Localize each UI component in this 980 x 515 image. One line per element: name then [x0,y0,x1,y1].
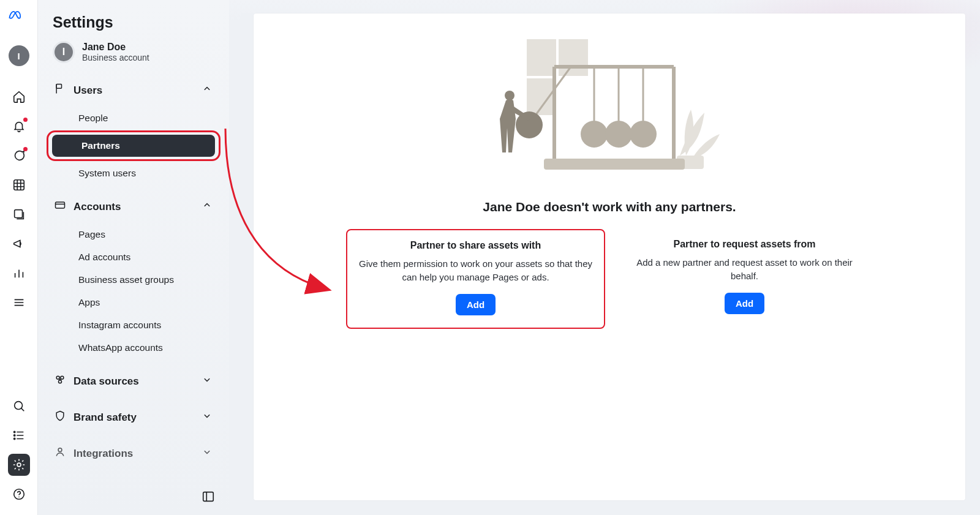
svg-rect-16 [527,39,556,76]
content-panel: Jane Doe doesn't work with any partners.… [254,13,965,500]
person-icon [54,446,66,461]
sidebar-section-label: Accounts [74,201,121,213]
svg-point-5 [13,438,15,439]
svg-rect-1 [14,210,22,218]
panel-left-gutter [241,13,254,500]
svg-point-4 [13,435,15,436]
sidebar-item-business-asset-groups[interactable]: Business asset groups [49,269,218,291]
sidebar-item-ad-accounts[interactable]: Ad accounts [49,246,218,268]
chevron-up-icon [201,83,213,98]
settings-sidebar: Settings I Jane Doe Business account Use… [38,0,229,515]
sidebar-item-people[interactable]: People [49,107,218,129]
sidebar-section-label: Brand safety [74,412,137,424]
sidebar-item-apps[interactable]: Apps [49,291,218,314]
add-partner-request-button[interactable]: Add [725,293,764,314]
sidebar-section-accounts[interactable]: Accounts [47,190,221,223]
svg-point-29 [505,91,514,100]
card-title: Partner to share assets with [357,240,594,251]
left-rail: I [0,0,38,515]
sidebar-section-users[interactable]: Users [47,74,221,107]
grid-icon[interactable] [8,174,30,196]
card-body: Add a new partner and request asset to w… [626,256,863,283]
svg-point-26 [605,121,632,148]
svg-rect-0 [13,180,24,190]
bar-chart-icon[interactable] [8,262,30,284]
svg-rect-20 [544,159,685,170]
card-partner-share: Partner to share assets with Give them p… [346,229,605,329]
chevron-down-icon [201,410,213,425]
account-switcher[interactable]: I Jane Doe Business account [47,40,221,74]
svg-rect-9 [56,85,61,89]
menu-icon[interactable] [8,291,30,314]
home-icon[interactable] [8,86,30,108]
search-icon[interactable] [8,395,30,417]
chevron-down-icon [201,374,213,389]
svg-point-25 [581,121,608,148]
svg-rect-10 [56,202,65,208]
sidebar-item-partners[interactable]: Partners [52,135,215,157]
sidebar-item-pages[interactable]: Pages [49,224,218,246]
sidebar-item-system-users[interactable]: System users [49,162,218,184]
rail-avatar[interactable]: I [9,45,29,66]
sidebar-section-label: Data sources [74,375,139,388]
svg-point-14 [58,448,62,452]
chevron-down-icon [201,446,213,461]
megaphone-icon[interactable] [8,233,30,255]
chat-icon[interactable] [8,145,30,167]
partner-options: Partner to share assets with Give them p… [346,229,873,329]
layers-icon[interactable] [8,203,30,225]
account-avatar: I [53,41,75,63]
sidebar-section-data-sources[interactable]: Data sources [47,365,221,397]
svg-rect-15 [203,492,214,502]
card-body: Give them permission to work on your ass… [357,257,594,284]
help-icon[interactable] [8,483,30,505]
svg-point-2 [14,402,22,410]
sidebar-section-brand-safety[interactable]: Brand safety [47,401,221,434]
sidebar-section-integrations[interactable]: Integrations [47,437,221,470]
svg-point-6 [17,463,21,467]
list-icon[interactable] [8,424,30,446]
svg-point-3 [13,431,15,432]
svg-point-13 [59,380,62,383]
main-area: Jane Doe doesn't work with any partners.… [229,0,980,515]
sidebar-section-label: Integrations [74,448,133,460]
collapse-sidebar-button[interactable] [198,487,218,506]
bell-icon[interactable] [8,115,30,137]
users-flag-icon [54,83,66,98]
svg-point-27 [630,121,657,148]
add-partner-share-button[interactable]: Add [456,294,496,315]
shield-icon [54,410,66,425]
annotation-highlight-partners: Partners [47,130,221,161]
page-title: Settings [53,13,214,31]
gear-icon[interactable] [8,454,30,476]
empty-state-title: Jane Doe doesn't work with any partners. [483,200,736,214]
sidebar-item-whatsapp-accounts[interactable]: WhatsApp accounts [49,337,218,359]
sidebar-item-instagram-accounts[interactable]: Instagram accounts [49,314,218,336]
meta-logo[interactable] [8,9,30,31]
accounts-icon [54,199,66,214]
card-partner-request: Partner to request assets from Add a new… [616,229,873,329]
account-subtitle: Business account [82,53,149,62]
card-title: Partner to request assets from [626,239,863,250]
svg-rect-17 [559,39,588,76]
account-name: Jane Doe [82,42,149,53]
empty-state-illustration [496,33,723,186]
sidebar-section-label: Users [74,85,102,97]
chevron-up-icon [201,199,213,214]
data-sources-icon [54,374,66,389]
svg-point-8 [18,497,19,497]
svg-rect-18 [527,78,556,115]
